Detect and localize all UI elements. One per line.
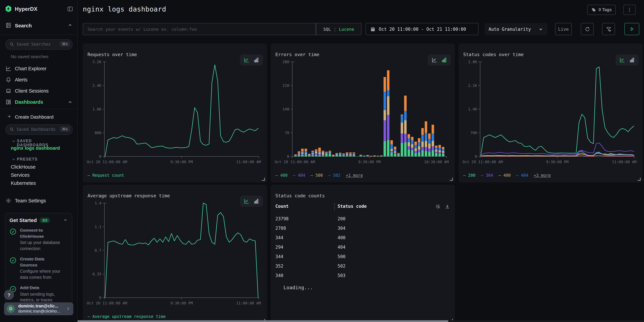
gear-icon <box>6 198 12 204</box>
saved-dashboards-input[interactable]: Saved Dashboards ⌘K <box>6 124 73 135</box>
user-email: dominic.tran@clickho... <box>18 309 60 314</box>
sidebar-item-chart-explorer[interactable]: Chart Explorer <box>0 64 77 74</box>
sql-toggle[interactable]: SQL <box>323 26 331 32</box>
sidebar-item-label: Chart Explorer <box>15 66 46 71</box>
dots-vertical-icon <box>627 7 632 12</box>
check-circle-icon <box>10 257 16 280</box>
get-started-item-desc: Start sending logs, metrics, or traces <box>20 292 64 303</box>
panel-requests-over-time: Requests over time 08001.6K2.4K3.2KOct 2… <box>83 44 267 182</box>
event-search-input[interactable]: Search your events w/ Lucene ex. column:… <box>83 23 316 35</box>
user-account-button[interactable]: D dominic.tran@clic... dominic.tran@clic… <box>4 302 73 315</box>
sidebar-item-clickhouse[interactable]: ClickHouse <box>11 164 36 170</box>
refresh-button[interactable] <box>581 23 594 35</box>
create-dashboard-button[interactable]: Create Dashboard <box>0 112 77 122</box>
chevron-up-icon[interactable] <box>68 100 73 105</box>
user-name: dominic.tran@clic... <box>18 304 58 308</box>
search-section-icon <box>6 22 12 28</box>
legend-400[interactable]: — 400 <box>498 173 511 178</box>
wrap-text-icon[interactable] <box>435 204 440 209</box>
resize-handle[interactable] <box>638 178 640 181</box>
panel-title: Status code counts <box>275 193 325 198</box>
saved-searches-input[interactable]: Saved Searches ⌘K <box>6 39 73 50</box>
sidebar-item-services[interactable]: Services <box>11 172 30 178</box>
chart-icon <box>6 66 12 72</box>
sidebar-item-label: Client Sessions <box>15 88 49 94</box>
svg-text:700: 700 <box>470 131 477 135</box>
live-button[interactable]: Live <box>555 23 572 35</box>
sidebar: HyperDX Search Saved Searches ⌘K No save… <box>0 0 78 322</box>
sidebar-item-label: Alerts <box>15 77 27 82</box>
table-row[interactable]: 23798200 <box>271 214 455 224</box>
get-started-item-title: Create Data Sources <box>20 256 62 268</box>
svg-text:Oct 20 11:00:00 AM: Oct 20 11:00:00 AM <box>462 160 503 164</box>
chevron-right-icon <box>66 306 70 311</box>
legend-502[interactable]: — 502 <box>328 173 340 178</box>
legend-more-link[interactable]: +3 more <box>534 173 551 178</box>
tags-button[interactable]: 0 Tags <box>587 5 616 15</box>
get-started-item[interactable]: Create Data SourcesConfigure where your … <box>10 256 68 280</box>
chevron-up-icon[interactable] <box>63 218 68 223</box>
svg-text:Oct 20 11:00:00 AM: Oct 20 11:00:00 AM <box>275 160 315 164</box>
legend-more-link[interactable]: +1 more <box>346 173 363 178</box>
svg-text:1.4K: 1.4K <box>468 107 477 111</box>
query-language-toggle[interactable]: SQL | Lucene <box>316 23 362 35</box>
horizontal-scrollbar[interactable] <box>77 320 644 322</box>
sidebar-item-dashboards[interactable]: Dashboards <box>0 97 77 108</box>
svg-text:11:00:00 AM: 11:00:00 AM <box>612 160 636 164</box>
sidebar-item-team-settings[interactable]: Team Settings <box>0 196 77 206</box>
cell-status-code: 304 <box>338 226 346 231</box>
granularity-select[interactable]: Auto Granularity <box>484 23 547 35</box>
tags-label: 0 Tags <box>598 8 612 12</box>
date-range-picker[interactable]: Oct 20 11:00:00 - Oct 21 11:00:00 <box>366 23 478 35</box>
progress-badge: 3/3 <box>40 218 50 223</box>
chart-legend: — Average upstream response time <box>88 314 166 319</box>
svg-text:0.7: 0.7 <box>94 248 101 252</box>
chevron-up-icon[interactable] <box>68 23 73 28</box>
help-button[interactable]: ? <box>4 290 14 300</box>
sidebar-item-client-sessions[interactable]: Client Sessions <box>0 86 77 96</box>
column-resize-handle[interactable] <box>334 203 335 210</box>
download-icon[interactable] <box>445 204 450 209</box>
get-started-item[interactable]: Connect to ClickHouseSet up your databas… <box>10 228 68 252</box>
legend-404[interactable]: — 404 <box>293 173 305 178</box>
table-row[interactable]: 352502 <box>271 262 455 271</box>
more-menu-button[interactable] <box>624 5 636 15</box>
legend-average-upstream-response-time[interactable]: — Average upstream response time <box>88 314 166 319</box>
table-row[interactable]: 2708304 <box>271 224 455 234</box>
table-row[interactable]: 344500 <box>271 252 455 262</box>
shortcut-badge: ⌘K <box>60 41 70 47</box>
bell-icon <box>6 77 12 83</box>
filter-button[interactable] <box>602 23 615 35</box>
get-started-header[interactable]: Get Started 3/3 <box>10 217 68 223</box>
resize-handle[interactable] <box>262 178 265 181</box>
table-row[interactable]: 340503 <box>271 271 455 281</box>
table-row[interactable]: 294404 <box>271 243 455 252</box>
avatar: D <box>7 305 15 313</box>
sidebar-item-alerts[interactable]: Alerts <box>0 75 77 85</box>
scrollbar-thumb[interactable] <box>77 320 448 322</box>
svg-text:1.1: 1.1 <box>94 225 101 229</box>
shortcut-badge: ⌘K <box>60 126 70 132</box>
search-section-header[interactable]: Search <box>0 20 77 31</box>
legend-304[interactable]: — 304 <box>481 173 493 178</box>
table-row[interactable]: 344400 <box>271 234 455 243</box>
svg-text:11:00:00 AM: 11:00:00 AM <box>236 160 261 164</box>
hyperdx-logo-icon <box>5 5 12 12</box>
resize-handle[interactable] <box>450 178 453 181</box>
legend-404[interactable]: — 404 <box>516 173 528 178</box>
get-started-item[interactable]: Add DataStart sending logs, metrics, or … <box>10 285 68 303</box>
legend-400[interactable]: — 400 <box>275 173 288 178</box>
legend-200[interactable]: — 200 <box>463 173 476 178</box>
legend-500[interactable]: — 500 <box>311 173 323 178</box>
sidebar-item-kubernetes[interactable]: Kubernetes <box>11 180 36 186</box>
run-query-button[interactable] <box>624 23 639 35</box>
saved-dashboards-placeholder: Saved Dashboards <box>16 127 56 132</box>
sidebar-collapse-icon[interactable] <box>67 6 73 12</box>
column-header-count[interactable]: Count <box>275 204 288 209</box>
legend-request-count[interactable]: — Request count <box>88 173 124 178</box>
svg-text:800: 800 <box>94 131 101 135</box>
lucene-toggle[interactable]: Lucene <box>339 26 354 32</box>
sidebar-item-nginx-logs-dashboard[interactable]: nginx logs dashboard <box>11 145 60 151</box>
cell-count: 294 <box>275 245 283 250</box>
column-header-status-code[interactable]: Status code <box>338 204 366 209</box>
